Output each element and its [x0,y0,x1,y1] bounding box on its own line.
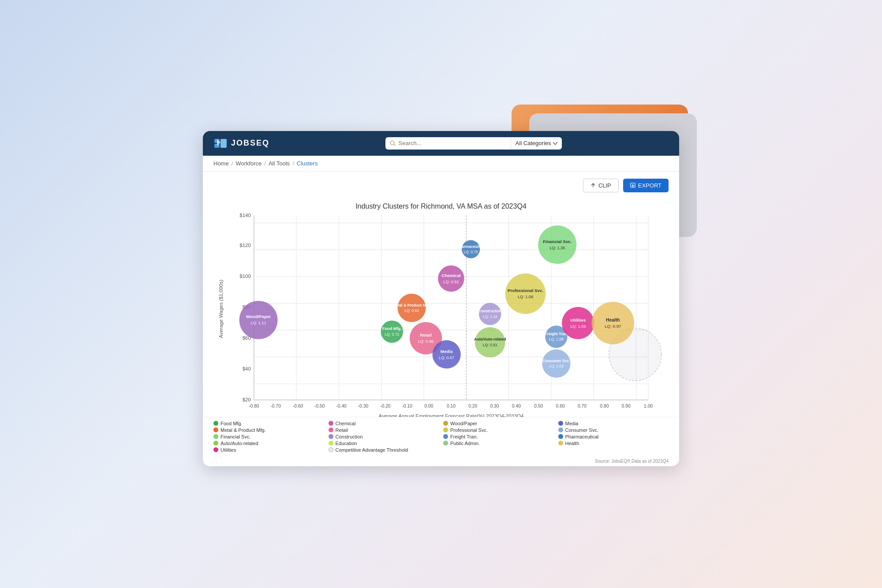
legend-dot-freight [443,434,448,439]
bubble-finsvcs[interactable] [538,225,576,264]
legend-dot-media [558,421,563,426]
search-input[interactable] [399,140,452,146]
category-select[interactable]: All Categories [511,137,562,149]
breadcrumb-workforce[interactable]: Workforce [235,160,262,167]
breadcrumb-sep-3: / [292,160,294,167]
bubble-retail-lq: LQ: 0.96 [418,339,434,344]
legend-label-retail: Retail [336,427,348,433]
legend-label-publicadmin: Public Admin. [450,441,480,446]
bubble-consvcs[interactable] [542,349,570,377]
legend-item-woodpaper: Wood/Paper [443,421,554,426]
search-icon [390,140,396,146]
chart-title: Industry Clusters for Richmond, VA MSA a… [355,202,527,210]
legend-item-construction: Construction [329,434,439,439]
svg-text:$40: $40 [243,366,251,371]
bubble-utilities[interactable] [562,307,594,339]
svg-text:0.10: 0.10 [447,403,456,408]
breadcrumb-alltools[interactable]: All Tools [269,160,290,167]
bubble-construction-lq: LQ: 1.16 [483,314,497,318]
header: JOBSEQ All Categories [203,131,679,156]
legend-item-foodmfg: Food Mfg. [213,421,324,426]
export-icon [630,183,635,188]
legend-item-media: Media [558,421,669,426]
svg-text:-0.70: -0.70 [270,403,281,408]
svg-text:$140: $140 [239,212,250,217]
bubble-pharma[interactable] [462,240,480,258]
bubble-foodmfg-lq: LQ: 0.72 [385,332,399,337]
legend-label-profsvcs: Professional Svc. [450,427,488,433]
legend-dot-education [329,441,333,446]
clip-button[interactable]: CLIP [583,179,619,192]
legend-item-health: Health [558,441,669,446]
svg-text:-0.40: -0.40 [336,403,347,408]
bubble-foodmfg[interactable] [381,320,403,342]
export-button[interactable]: EXPORT [623,179,669,192]
svg-text:-0.10: -0.10 [402,403,412,408]
bubble-media[interactable] [433,340,461,368]
bubble-construction-label: Construction [478,309,502,313]
legend-label-finsvcs: Financial Svc. [220,434,250,439]
svg-rect-2 [220,139,227,148]
legend-label-auto: Auto/Auto-related [220,441,258,446]
clip-label: CLIP [598,182,611,189]
search-input-wrapper[interactable] [385,137,511,149]
legend-dot-profsvcs [443,427,448,432]
bubble-profsvcs[interactable] [505,273,546,314]
legend-dot-threshold [329,447,333,452]
x-axis-labels: -0.80 -0.70 -0.60 -0.50 -0.40 -0.30 -0.2… [249,403,653,408]
bubble-health-label: Health [606,317,620,322]
legend-item-pharma: Pharmaceutical [558,434,669,439]
legend-item-freight: Freight Tran. [443,434,554,439]
legend-dot-retail [329,427,333,432]
bubble-metal[interactable] [397,293,426,322]
legend-label-pharma: Pharmaceutical [565,434,599,439]
legend-item-retail: Retail [329,427,439,433]
legend-dot-finsvcs [213,434,218,439]
bubble-pharma-lq: LQ: 0.75 [463,250,478,254]
grid-x [254,215,648,400]
bubble-utilities-lq: LQ: 1.09 [570,324,586,328]
bubble-chemical-label: Chemical [441,273,461,278]
legend-label-media: Media [565,421,579,426]
bubble-chemical-lq: LQ: 0.92 [443,279,459,284]
legend-item-publicadmin: Public Admin. [443,441,554,446]
clip-icon [590,183,596,188]
legend-dot-consvcs [558,427,563,432]
svg-text:$20: $20 [243,397,251,402]
svg-text:0.50: 0.50 [534,403,543,408]
svg-text:0.80: 0.80 [600,403,609,408]
svg-text:0.00: 0.00 [424,403,433,408]
breadcrumb-home[interactable]: Home [213,160,229,167]
legend-label-freight: Freight Tran. [450,434,478,439]
export-label: EXPORT [638,182,662,189]
bubble-retail-label: Retail [420,333,432,337]
legend-dot-health [558,441,563,446]
legend-item-chemical: Chemical [329,421,439,426]
bubble-chart: Industry Clusters for Richmond, VA MSA a… [213,197,669,417]
bubble-woodpaper-lq: LQ: 1.11 [250,320,266,325]
legend-label-education: Education [336,441,357,446]
browser-window: JOBSEQ All Categories [203,131,679,466]
legend-dot-utilities [213,447,218,452]
legend-item-finsvcs: Financial Svc. [213,434,324,439]
bubble-utilities-label: Utilities [570,317,586,322]
bubble-pharma-label: Pharmaceutical [457,244,485,248]
legend-item-metal: Metal & Product Mfg. [213,427,324,433]
legend: Food Mfg. Chemical Wood/Paper Media Meta… [203,417,679,458]
legend-dot-auto [213,441,218,446]
bubble-health[interactable] [592,302,634,344]
bubble-metal-label: Metal & Product Mfg. [393,303,430,307]
legend-dot-construction [329,434,333,439]
bubble-woodpaper[interactable] [239,300,277,339]
bubble-auto[interactable] [475,327,505,357]
bubble-construction[interactable] [479,303,501,325]
svg-text:-0.30: -0.30 [358,403,369,408]
bubble-freight-label: Freight Tran. [545,331,568,336]
legend-item-utilities: Utilities [213,447,324,453]
logo-icon [213,136,228,150]
svg-text:-0.20: -0.20 [380,403,391,408]
bubble-metal-lq: LQ: 0.62 [404,308,419,313]
legend-label-utilities: Utilities [220,447,236,453]
svg-text:0.30: 0.30 [490,403,499,408]
bubble-chemical[interactable] [438,265,464,292]
